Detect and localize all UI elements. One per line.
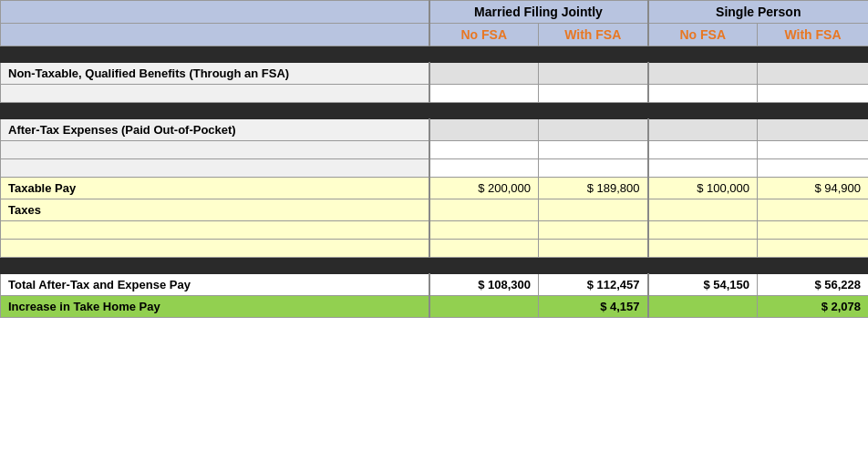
blank-row-1c xyxy=(539,85,648,103)
blank-yellow-2b xyxy=(429,240,539,258)
blank-yellow-2a xyxy=(1,240,429,258)
blank-row-2a xyxy=(1,141,429,159)
blank-row-1a xyxy=(1,85,429,103)
taxes-single-with-fsa xyxy=(758,199,868,221)
increase-single-no-fsa xyxy=(648,296,758,318)
blank-yellow-b xyxy=(429,221,539,240)
non-taxable-label: Non-Taxable, Qualified Benefits (Through… xyxy=(1,63,429,85)
taxes-label: Taxes xyxy=(1,199,429,221)
blank-yellow-2c xyxy=(539,240,648,258)
blank-row-3e xyxy=(758,159,868,178)
single-no-fsa-taxable: $ 100,000 xyxy=(648,178,758,199)
blank-row-3a xyxy=(1,159,429,178)
header-sub-empty xyxy=(1,24,429,46)
spacer-row-3 xyxy=(1,258,869,274)
blank-row-3b xyxy=(429,159,539,178)
married-no-fsa-total: $ 108,300 xyxy=(429,274,539,296)
after-tax-married-with-fsa xyxy=(539,119,648,141)
blank-row-2e xyxy=(758,141,868,159)
increase-single-with-fsa: $ 2,078 xyxy=(758,296,868,318)
increase-married-no-fsa xyxy=(429,296,539,318)
single-no-fsa-header: No FSA xyxy=(648,24,758,46)
taxes-married-with-fsa xyxy=(539,199,648,221)
single-no-fsa-total: $ 54,150 xyxy=(648,274,758,296)
married-with-fsa-total: $ 112,457 xyxy=(539,274,648,296)
non-taxable-single-with-fsa xyxy=(758,63,868,85)
after-tax-single-with-fsa xyxy=(758,119,868,141)
single-header: Single Person xyxy=(648,1,868,24)
spacer-row-2 xyxy=(1,103,869,119)
married-no-fsa-taxable: $ 200,000 xyxy=(429,178,539,199)
blank-yellow-c xyxy=(539,221,648,240)
after-tax-married-no-fsa xyxy=(429,119,539,141)
non-taxable-married-with-fsa xyxy=(539,63,648,85)
after-tax-single-no-fsa xyxy=(648,119,758,141)
single-with-fsa-taxable: $ 94,900 xyxy=(758,178,868,199)
increase-married-with-fsa: $ 4,157 xyxy=(539,296,648,318)
total-label: Total After-Tax and Expense Pay xyxy=(1,274,429,296)
header-empty-cell xyxy=(1,1,429,24)
married-with-fsa-header: With FSA xyxy=(539,24,648,46)
blank-row-1d xyxy=(648,85,758,103)
married-with-fsa-taxable: $ 189,800 xyxy=(539,178,648,199)
comparison-table: Married Filing Jointly Single Person No … xyxy=(0,0,868,318)
single-with-fsa-header: With FSA xyxy=(758,24,868,46)
blank-yellow-d xyxy=(648,221,758,240)
blank-yellow-e xyxy=(758,221,868,240)
taxable-pay-label: Taxable Pay xyxy=(1,178,429,199)
non-taxable-single-no-fsa xyxy=(648,63,758,85)
blank-yellow-2e xyxy=(758,240,868,258)
blank-yellow-2d xyxy=(648,240,758,258)
blank-row-2c xyxy=(539,141,648,159)
blank-row-2d xyxy=(648,141,758,159)
non-taxable-married-no-fsa xyxy=(429,63,539,85)
blank-row-1b xyxy=(429,85,539,103)
blank-row-3d xyxy=(648,159,758,178)
single-with-fsa-total: $ 56,228 xyxy=(758,274,868,296)
blank-row-3c xyxy=(539,159,648,178)
taxes-married-no-fsa xyxy=(429,199,539,221)
married-no-fsa-header: No FSA xyxy=(429,24,539,46)
after-tax-label: After-Tax Expenses (Paid Out-of-Pocket) xyxy=(1,119,429,141)
spacer-row-1 xyxy=(1,46,869,63)
blank-row-1e xyxy=(758,85,868,103)
blank-row-2b xyxy=(429,141,539,159)
increase-label: Increase in Take Home Pay xyxy=(1,296,429,318)
married-header: Married Filing Jointly xyxy=(429,1,648,24)
blank-yellow-a xyxy=(1,221,429,240)
taxes-single-no-fsa xyxy=(648,199,758,221)
